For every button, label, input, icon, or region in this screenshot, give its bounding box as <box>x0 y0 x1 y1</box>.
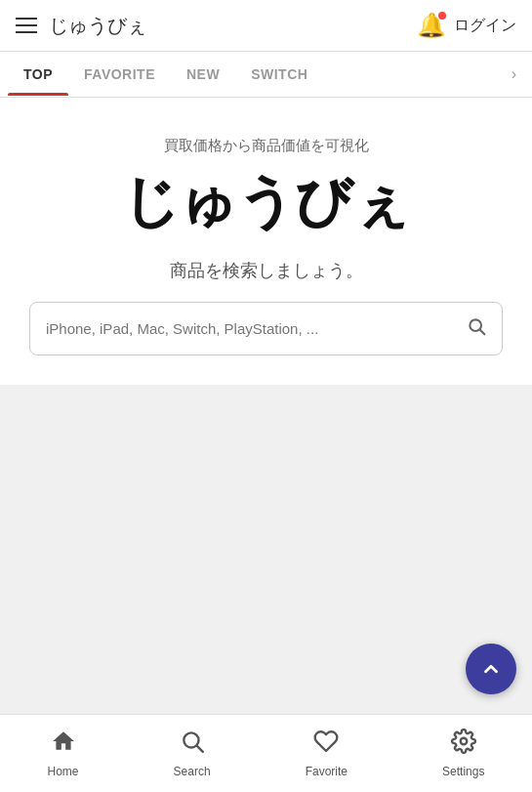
tab-switch[interactable]: SWITCH <box>235 53 323 96</box>
search-prompt: 商品を検索しましょう。 <box>29 259 503 282</box>
scroll-top-button[interactable] <box>466 644 516 694</box>
login-button[interactable]: ログイン <box>454 16 516 36</box>
brand-title: じゅうびぇ <box>29 167 503 235</box>
search-input[interactable] <box>46 320 467 337</box>
tab-favorite[interactable]: FAVORITE <box>68 53 171 96</box>
search-box <box>29 302 503 355</box>
header-right: 🔔 ログイン <box>417 12 516 39</box>
content-wrapper: 買取価格から商品価値を可視化 じゅうびぇ 商品を検索しましょう。 <box>0 98 532 782</box>
settings-label: Settings <box>442 765 484 778</box>
main-content: 買取価格から商品価値を可視化 じゅうびぇ 商品を検索しましょう。 <box>0 98 532 385</box>
bottom-nav-settings[interactable]: Settings <box>427 721 500 786</box>
header: じゅうびぇ 🔔 ログイン <box>0 0 532 52</box>
menu-icon[interactable] <box>16 18 37 33</box>
svg-line-1 <box>480 329 485 334</box>
home-icon <box>51 729 76 761</box>
home-label: Home <box>48 765 79 778</box>
subtitle-text: 買取価格から商品価値を可視化 <box>29 137 503 155</box>
app-title: じゅうびぇ <box>49 13 146 39</box>
tabs-more-arrow[interactable]: › <box>504 52 524 97</box>
favorite-icon <box>313 729 339 761</box>
tab-top[interactable]: TOP <box>8 53 68 96</box>
bottom-nav-favorite[interactable]: Favorite <box>290 721 363 786</box>
notification-bell[interactable]: 🔔 <box>417 12 446 39</box>
svg-line-3 <box>196 746 202 752</box>
notification-dot <box>438 12 446 20</box>
search-icon <box>180 729 205 761</box>
bottom-nav: Home Search Favorite Settings <box>0 714 532 792</box>
nav-tabs: TOP FAVORITE NEW SWITCH › <box>0 52 532 98</box>
bottom-nav-home[interactable]: Home <box>32 721 95 786</box>
search-label: Search <box>174 765 211 778</box>
search-submit-button[interactable] <box>467 316 486 341</box>
settings-icon <box>451 729 476 761</box>
tab-new[interactable]: NEW <box>171 53 235 96</box>
bottom-nav-search[interactable]: Search <box>158 721 226 786</box>
svg-point-4 <box>460 738 467 745</box>
favorite-label: Favorite <box>306 765 348 778</box>
header-left: じゅうびぇ <box>16 13 146 39</box>
